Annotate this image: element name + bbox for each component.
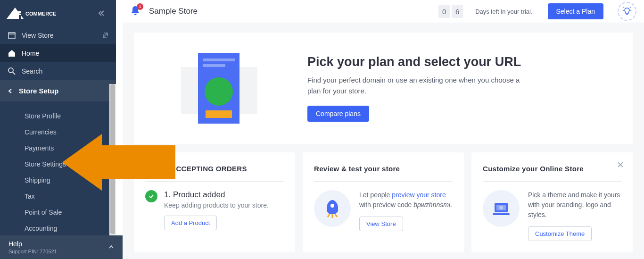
nav-home[interactable]: Home [0, 44, 116, 62]
compare-plans-button[interactable]: Compare plans [307, 106, 369, 122]
select-plan-button[interactable]: Select a Plan [548, 3, 604, 19]
sidebar: COMMERCE View Store Home Search Store Se… [0, 0, 116, 259]
trial-days: 0 6 [438, 5, 463, 18]
svg-text:COMMERCE: COMMERCE [25, 11, 56, 17]
sub-item-payments[interactable]: Payments [0, 140, 116, 156]
sub-item-currencies[interactable]: Currencies [0, 124, 116, 140]
panel-customize-store: Customize your Online Store Pick a theme… [471, 152, 633, 252]
chevron-left-icon [8, 88, 13, 94]
chevron-up-icon [108, 244, 114, 250]
tips-button[interactable] [618, 2, 636, 21]
trial-text: Days left in your trial. [475, 8, 532, 15]
nav-label: View Store [22, 32, 53, 39]
search-icon [8, 67, 16, 75]
laptop-icon [483, 190, 520, 227]
panel-title: Customize your Online Store [483, 165, 621, 173]
check-icon [145, 190, 157, 202]
view-store-button[interactable]: View Store [359, 217, 403, 231]
lightbulb-icon [623, 7, 631, 16]
main-content: Pick your plan and select your URL Find … [123, 23, 644, 259]
svg-point-14 [499, 206, 503, 209]
store-icon [8, 31, 16, 40]
panel-body-text: Let people preview your store with previ… [359, 190, 453, 210]
panel-start-accepting-orders: START ACCEPTING ORDERS 1. Product added … [134, 152, 295, 252]
rocket-icon [314, 190, 351, 227]
sub-item-point-of-sale[interactable]: Point of Sale [0, 204, 116, 220]
svg-rect-6 [203, 58, 235, 61]
notifications-button[interactable]: 1 [130, 5, 140, 17]
trial-digit: 6 [452, 5, 463, 18]
preview-store-link[interactable]: preview your store [392, 191, 446, 199]
svg-rect-9 [206, 110, 232, 118]
collapse-sidebar-icon[interactable] [95, 8, 107, 19]
panel-title: Review & test your store [314, 165, 453, 173]
svg-point-10 [330, 204, 334, 208]
add-product-button[interactable]: Add a Product [164, 216, 217, 230]
sub-item-store-profile[interactable]: Store Profile [0, 108, 116, 124]
sub-item-store-settings[interactable]: Store Settings [0, 156, 116, 172]
sub-item-tax[interactable]: Tax [0, 188, 116, 204]
section-header-label: Store Setup [19, 87, 58, 95]
close-panel-button[interactable] [617, 161, 624, 170]
close-icon [617, 161, 624, 168]
nav-label: Search [22, 67, 42, 75]
step-title: 1. Product added [164, 190, 284, 200]
sidebar-section-store-setup[interactable]: Store Setup [0, 80, 116, 101]
help-bar[interactable]: Help Support PIN: 770521 [0, 235, 123, 259]
sidebar-scrollbar[interactable] [109, 84, 116, 241]
hero-illustration [153, 46, 285, 131]
svg-point-8 [205, 77, 233, 106]
store-name: Sample Store [149, 7, 198, 16]
sub-item-shipping[interactable]: Shipping [0, 172, 116, 188]
preview-code: bpwzhnnsmi [413, 201, 450, 209]
nav-search[interactable]: Search [0, 62, 116, 80]
topbar: 1 Sample Store 0 6 Days left in your tri… [123, 0, 644, 23]
help-label: Help [8, 240, 57, 248]
svg-rect-7 [203, 64, 225, 67]
hero-title: Pick your plan and select your URL [307, 55, 614, 69]
trial-digit: 0 [438, 5, 450, 18]
customize-theme-button[interactable]: Customize Theme [528, 226, 592, 241]
hero-subtitle: Find your perfect domain or use an exist… [307, 75, 534, 96]
panel-review-test-store: Review & test your store Let people prev… [303, 152, 464, 252]
panel-title: START ACCEPTING ORDERS [145, 165, 284, 173]
svg-point-2 [8, 68, 13, 73]
svg-rect-13 [493, 213, 510, 215]
notification-badge: 1 [137, 3, 143, 10]
help-pin: Support PIN: 770521 [8, 249, 57, 254]
step-subtitle: Keep adding products to your store. [164, 201, 284, 209]
panel-body-text: Pick a theme and make it yours with your… [528, 190, 621, 220]
sub-item-accounting[interactable]: Accounting [0, 220, 116, 236]
home-icon [8, 49, 16, 58]
bigcommerce-logo: COMMERCE [7, 8, 61, 19]
external-link-icon [102, 32, 108, 39]
hero-card: Pick your plan and select your URL Find … [134, 33, 633, 144]
nav-label: Home [22, 50, 39, 57]
scrollbar-thumb[interactable] [110, 84, 115, 234]
nav-view-store[interactable]: View Store [0, 26, 116, 44]
svg-rect-1 [8, 34, 15, 39]
